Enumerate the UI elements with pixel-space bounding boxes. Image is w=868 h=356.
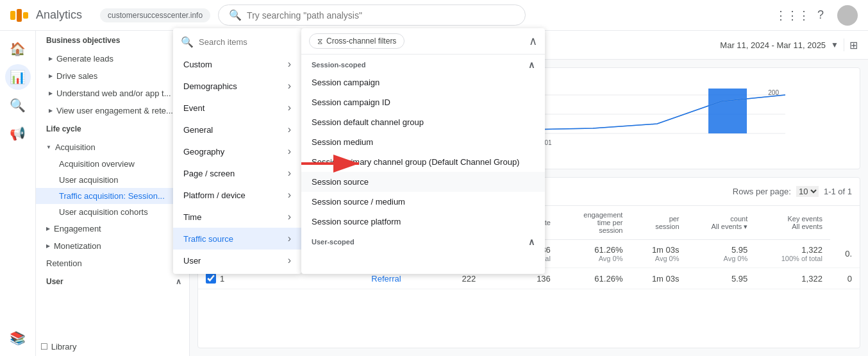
app-name: Analytics — [36, 8, 82, 22]
referral-link[interactable]: Referral — [371, 274, 401, 284]
svg-rect-3 — [708, 89, 747, 133]
menu-item-page-screen[interactable]: Page / screen › — [173, 162, 301, 184]
menu-item-platform-device[interactable]: Platform / device › — [173, 184, 301, 206]
menu-item-user[interactable]: User › — [173, 250, 301, 271]
help-icon[interactable]: ? — [809, 4, 832, 27]
chevron-right-icon: › — [288, 146, 291, 157]
col-per-session: persession — [630, 206, 687, 240]
submenu-item-session-source[interactable]: Session source — [301, 172, 545, 192]
lifecycle-header: Life cycle ∧ — [36, 119, 189, 139]
sidebar-item-view-engagement[interactable]: ▶ View user engagement & rete... — [36, 102, 189, 119]
submenu-header: ⧖ Cross-channel filters ∧ — [301, 28, 545, 55]
sidebar-item-engagement[interactable]: ▶ Engagement — [36, 220, 189, 237]
filter-icon: ⧖ — [317, 37, 322, 46]
collapse-icon[interactable]: ∧ — [529, 34, 537, 48]
search-icon: 🔍 — [229, 9, 242, 21]
chevron-right-icon: ▶ — [49, 56, 53, 62]
submenu-item-session-default-channel[interactable]: Session default channel group — [301, 112, 545, 132]
menu-item-time[interactable]: Time › — [173, 206, 301, 228]
chevron-right-icon: › — [288, 167, 291, 179]
sidebar-item-library[interactable]: □ Library — [36, 337, 189, 356]
chevron-down-icon: ▼ — [46, 144, 51, 150]
referral-key-events: 0 — [830, 268, 860, 289]
menu-item-general[interactable]: General › — [173, 119, 301, 140]
sidebar-item-retention[interactable]: Retention — [36, 255, 189, 272]
rows-per-page: Rows per page: 10 25 1-1 of 1 — [733, 186, 852, 197]
submenu-item-session-source-platform[interactable]: Session source platform — [301, 212, 545, 232]
nav-explore-icon[interactable]: 🔍 — [5, 92, 31, 118]
search-input[interactable] — [247, 10, 515, 21]
library-icon: □ — [41, 341, 47, 352]
pagination-label: 1-1 of 1 — [824, 187, 852, 196]
submenu-panel: ⧖ Cross-channel filters ∧ Session-scoped… — [301, 28, 545, 274]
submenu-item-session-campaign[interactable]: Session campaign — [301, 72, 545, 92]
col-count: countAll events ▾ — [687, 206, 756, 240]
chevron-right-icon: › — [288, 189, 291, 201]
sidebar-sub-user-cohorts[interactable]: User acquisition cohorts — [36, 204, 189, 220]
menu-panel: 🔍 Custom › Demographics › Event › Genera… — [173, 28, 301, 274]
sidebar-sub-traffic-acquisition[interactable]: Traffic acquisition: Session... — [36, 188, 189, 204]
submenu-item-session-campaign-id[interactable]: Session campaign ID — [301, 92, 545, 112]
referral-count: 1,322 — [755, 268, 830, 289]
user-scoped-label: User-scoped ∧ — [301, 232, 545, 250]
menu-search-input[interactable] — [199, 37, 301, 47]
chevron-right-icon: › — [288, 255, 291, 266]
date-range: Mar 11, 2024 - Mar 11, 2025 ▼ ⊞ — [720, 38, 858, 51]
referral-engagement: 61.26% — [558, 268, 631, 289]
menu-item-demographics[interactable]: Demographics › — [173, 75, 301, 97]
sidebar-item-understand[interactable]: ▶ Understand web and/or app t... — [36, 85, 189, 102]
search-bar[interactable]: 🔍 — [218, 4, 526, 26]
nav-library-icon[interactable]: 📚 — [5, 325, 31, 351]
apps-icon[interactable]: ⋮⋮⋮ — [781, 4, 804, 27]
section-collapse-icon: ∧ — [528, 237, 535, 247]
sidebar-item-acquisition[interactable]: ▼ Acquisition — [36, 139, 189, 156]
compare-icon[interactable]: ⊞ — [849, 39, 858, 51]
chevron-right-icon: › — [288, 58, 291, 70]
sidebar-item-drive-sales[interactable]: ▶ Drive sales — [36, 67, 189, 85]
sidebar-sub-acquisition-overview[interactable]: Acquisition overview — [36, 156, 189, 172]
svg-text:200: 200 — [768, 89, 779, 96]
chevron-right-icon: › — [288, 233, 291, 244]
nav-reports-icon[interactable]: 📊 — [5, 64, 31, 90]
total-engagement: 61.26% Avg 0% — [558, 240, 631, 268]
sidebar-item-generate-leads[interactable]: ▶ Generate leads — [36, 50, 189, 67]
total-key-events: 0. — [830, 240, 860, 268]
sidebar-item-monetization[interactable]: ▶ Monetization — [36, 237, 189, 255]
menu-item-event[interactable]: Event › — [173, 97, 301, 119]
nav-advertising-icon[interactable]: 📢 — [5, 121, 31, 146]
total-per-session: 5.95 Avg 0% — [687, 240, 756, 268]
chevron-right-icon: ▶ — [49, 108, 53, 114]
nav-home-icon[interactable]: 🏠 — [5, 36, 31, 62]
submenu-item-session-source-medium[interactable]: Session source / medium — [301, 192, 545, 212]
chevron-right-icon: › — [288, 124, 291, 135]
section-collapse-icon: ∧ — [528, 60, 535, 70]
cross-channel-button[interactable]: ⧖ Cross-channel filters — [309, 33, 405, 49]
business-objectives-header: Business objectives ∧ — [36, 31, 189, 50]
menu-item-traffic-source[interactable]: Traffic source › — [173, 228, 301, 250]
session-scoped-label: Session-scoped ∧ — [301, 55, 545, 72]
menu-item-custom[interactable]: Custom › — [173, 53, 301, 75]
chevron-right-icon: ▶ — [49, 73, 53, 79]
chevron-right-icon: › — [288, 211, 291, 223]
chevron-right-icon: ▶ — [49, 90, 53, 96]
referral-checkbox[interactable] — [206, 273, 216, 284]
chevron-right-icon: ▶ — [46, 226, 50, 232]
total-count: 1,322 100% of total — [755, 240, 830, 268]
svg-text:Jul: Jul — [544, 146, 553, 146]
menu-panel-header: 🔍 — [173, 31, 301, 53]
rows-per-page-select[interactable]: 10 25 — [796, 186, 819, 197]
menu-item-geography[interactable]: Geography › — [173, 140, 301, 162]
dropdown-overlay: 🔍 Custom › Demographics › Event › Genera… — [173, 28, 545, 274]
chevron-right-icon: › — [288, 102, 291, 114]
referral-time: 1m 03s — [630, 268, 687, 289]
sidebar-sub-user-acquisition[interactable]: User acquisition — [36, 172, 189, 188]
menu-search-icon: 🔍 — [181, 36, 194, 48]
avatar[interactable] — [837, 5, 858, 26]
logo — [10, 9, 28, 22]
sidebar: Business objectives ∧ ▶ Generate leads ▶… — [36, 31, 190, 356]
user-section-header: User ∧ — [36, 272, 189, 291]
submenu-item-session-medium[interactable]: Session medium — [301, 132, 545, 152]
account-pill[interactable]: customersuccesscenter.info — [100, 8, 210, 22]
submenu-item-session-primary-channel[interactable]: Session primary channel group (Default C… — [301, 152, 545, 172]
leftnav: 🏠 📊 🔍 📢 📚 — [0, 31, 36, 356]
